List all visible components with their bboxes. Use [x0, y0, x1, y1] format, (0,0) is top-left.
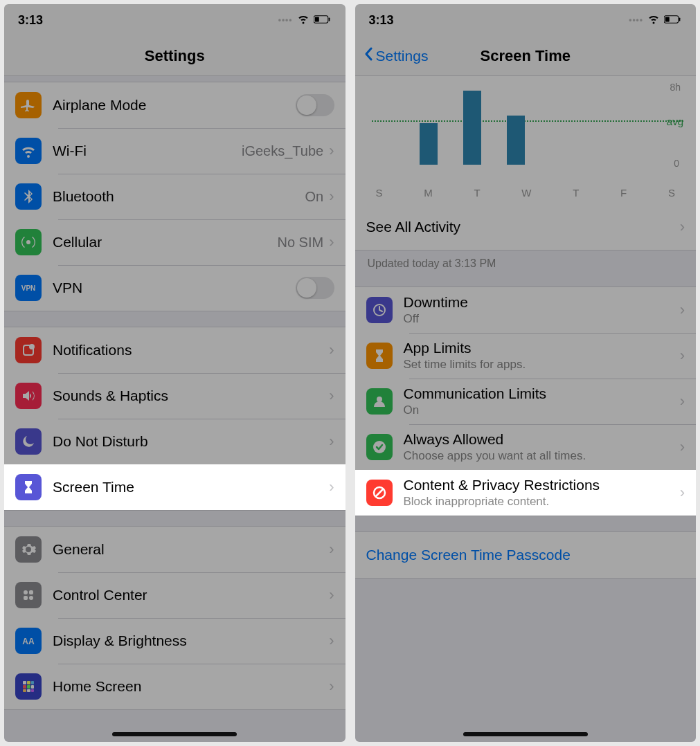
row-label: Bluetooth: [53, 188, 305, 205]
settings-row-sounds-haptics[interactable]: Sounds & Haptics›: [4, 373, 345, 419]
chart-bar-T: [463, 91, 481, 165]
status-right: ••••: [629, 12, 682, 28]
chevron-right-icon: ›: [329, 341, 334, 359]
xlabel: S: [668, 187, 675, 199]
nav-bar: Settings: [4, 36, 345, 76]
screentime-row-always-allowed[interactable]: Always AllowedChoose apps you want at al…: [355, 424, 697, 470]
row-value: iGeeks_Tube: [242, 143, 323, 159]
chevron-right-icon: ›: [329, 142, 334, 160]
toggle-switch[interactable]: [296, 94, 334, 116]
right-screenshot: 3:13 •••• Settings Screen Time 8h 0 avg: [355, 4, 697, 742]
settings-row-control-center[interactable]: Control Center›: [4, 572, 345, 618]
row-label: Cellular: [53, 234, 277, 251]
svg-rect-7: [29, 590, 33, 594]
row-label: Home Screen: [53, 678, 329, 695]
row-label: Sounds & Haptics: [53, 388, 329, 404]
controlcenter-icon: [15, 582, 42, 608]
row-value: No SIM: [277, 235, 323, 251]
svg-rect-11: [23, 681, 26, 684]
battery-icon: [314, 13, 332, 28]
settings-list[interactable]: Airplane ModeWi-FiiGeeks_Tube›BluetoothO…: [4, 76, 345, 742]
row-label: Downtime: [404, 294, 680, 311]
settings-group-0: Airplane ModeWi-FiiGeeks_Tube›BluetoothO…: [4, 82, 345, 311]
change-passcode[interactable]: Change Screen Time Passcode: [355, 532, 697, 578]
xlabel: W: [521, 187, 531, 199]
row-label: Do Not Disturb: [53, 433, 329, 450]
settings-row-notifications[interactable]: Notifications›: [4, 327, 345, 373]
svg-rect-19: [31, 689, 34, 692]
nav-bar: Settings Screen Time: [355, 36, 697, 76]
settings-row-screen-time[interactable]: Screen Time›: [4, 464, 345, 510]
updated-text: Updated today at 3:13 PM: [355, 251, 697, 277]
svg-rect-13: [31, 681, 34, 684]
settings-row-wifi[interactable]: Wi-FiiGeeks_Tube›: [4, 128, 345, 174]
chevron-right-icon: ›: [329, 188, 334, 206]
settings-group-1: Notifications›Sounds & Haptics›Do Not Di…: [4, 327, 345, 511]
chart-bar-W: [507, 116, 525, 165]
passcode-group: Change Screen Time Passcode: [355, 531, 697, 579]
see-all-activity[interactable]: See All Activity ›: [355, 204, 697, 250]
toggle-switch[interactable]: [296, 277, 334, 299]
screentime-row-communication-limits[interactable]: Communication LimitsOn›: [355, 379, 697, 424]
settings-row-home-screen[interactable]: Home Screen›: [4, 664, 345, 709]
svg-rect-1: [314, 17, 318, 21]
settings-row-bluetooth[interactable]: BluetoothOn›: [4, 174, 345, 219]
screentime-row-downtime[interactable]: DowntimeOff›: [355, 287, 697, 333]
see-all-label: See All Activity: [366, 219, 680, 235]
row-label: Control Center: [53, 587, 329, 603]
chevron-left-icon: [364, 47, 373, 64]
screentime-row-app-limits[interactable]: App LimitsSet time limits for apps.›: [355, 333, 697, 379]
moon-icon: [15, 428, 42, 455]
wifi-icon: [297, 12, 309, 28]
gear-icon: [15, 536, 42, 563]
row-label: General: [53, 541, 329, 558]
settings-row-vpn[interactable]: VPNVPN: [4, 265, 345, 311]
nosign-icon: [366, 480, 393, 506]
svg-text:AA: AA: [22, 637, 35, 646]
row-value: On: [305, 189, 323, 205]
status-bar: 3:13 ••••: [355, 4, 697, 36]
back-button[interactable]: Settings: [364, 47, 429, 64]
svg-point-6: [24, 590, 28, 594]
settings-row-general[interactable]: General›: [4, 527, 345, 572]
chevron-right-icon: ›: [680, 484, 685, 502]
row-label: App Limits: [404, 340, 680, 356]
chevron-right-icon: ›: [680, 218, 685, 236]
home-indicator[interactable]: [463, 732, 588, 736]
chart-section: 8h 0 avg SMTWTFS See All Activity ›: [355, 76, 697, 251]
y-axis-top: 8h: [670, 82, 681, 93]
svg-rect-18: [27, 689, 30, 692]
change-passcode-label: Change Screen Time Passcode: [366, 547, 685, 563]
chart-xlabels: SMTWTFS: [355, 187, 697, 204]
back-label: Settings: [376, 48, 429, 64]
status-right: ••••: [278, 12, 332, 28]
svg-line-27: [375, 489, 384, 497]
xlabel: S: [376, 187, 383, 199]
home-indicator[interactable]: [112, 732, 237, 736]
row-subtitle: On: [404, 403, 680, 417]
settings-row-display-brightness[interactable]: AADisplay & Brightness›: [4, 618, 345, 664]
chart-bar-M: [420, 123, 438, 165]
screen-time-list[interactable]: 8h 0 avg SMTWTFS See All Activity › Upda…: [355, 76, 697, 742]
row-label: Notifications: [53, 342, 329, 358]
svg-rect-2: [328, 17, 330, 21]
display-icon: AA: [15, 628, 42, 654]
row-label: VPN: [53, 280, 296, 296]
screentime-row-content-privacy[interactable]: Content & Privacy RestrictionsBlock inap…: [355, 470, 697, 516]
screen-time-options: DowntimeOff›App LimitsSet time limits fo…: [355, 286, 697, 516]
svg-point-9: [29, 596, 33, 600]
svg-rect-16: [31, 685, 34, 689]
notifications-icon: [15, 337, 42, 363]
row-label: Airplane Mode: [53, 97, 296, 113]
settings-row-do-not-disturb[interactable]: Do Not Disturb›: [4, 419, 345, 464]
svg-rect-15: [27, 685, 30, 689]
settings-row-cellular[interactable]: CellularNo SIM›: [4, 219, 345, 265]
chevron-right-icon: ›: [329, 233, 334, 251]
chevron-right-icon: ›: [680, 347, 685, 365]
row-subtitle: Block inappropriate content.: [404, 495, 680, 509]
usage-chart[interactable]: 8h 0 avg: [355, 76, 697, 187]
left-screenshot: 3:13 •••• Settings Airplane ModeWi-FiiGe…: [4, 4, 345, 742]
svg-rect-8: [24, 596, 28, 600]
settings-row-airplane-mode[interactable]: Airplane Mode: [4, 82, 345, 128]
wifi-icon: [15, 138, 42, 164]
